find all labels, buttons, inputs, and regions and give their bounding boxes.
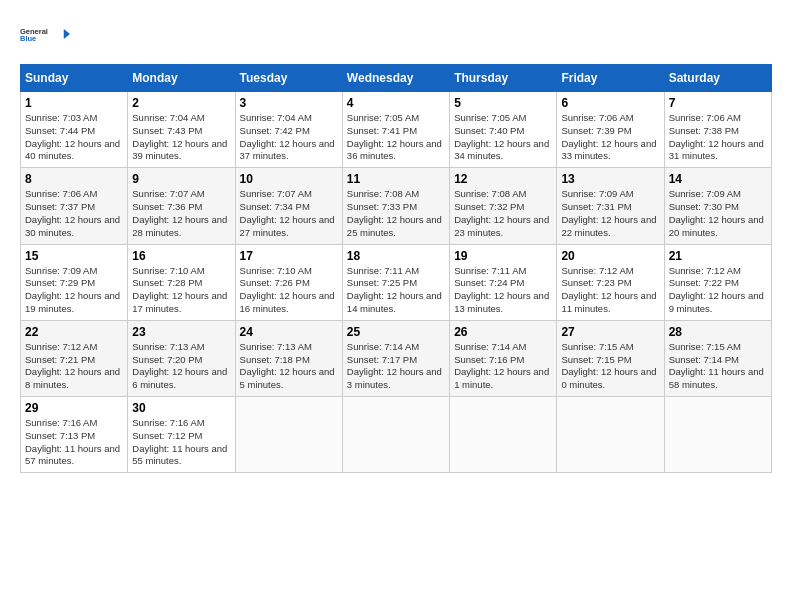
day-number: 21: [669, 249, 767, 263]
day-number: 14: [669, 172, 767, 186]
calendar-cell: 12 Sunrise: 7:08 AM Sunset: 7:32 PM Dayl…: [450, 168, 557, 244]
cell-content: Sunrise: 7:15 AM Sunset: 7:14 PM Dayligh…: [669, 341, 767, 392]
weekday-header: Monday: [128, 65, 235, 92]
calendar-cell: 18 Sunrise: 7:11 AM Sunset: 7:25 PM Dayl…: [342, 244, 449, 320]
day-number: 27: [561, 325, 659, 339]
day-number: 9: [132, 172, 230, 186]
calendar-cell: 2 Sunrise: 7:04 AM Sunset: 7:43 PM Dayli…: [128, 92, 235, 168]
day-number: 23: [132, 325, 230, 339]
day-number: 29: [25, 401, 123, 415]
calendar-week-row: 29 Sunrise: 7:16 AM Sunset: 7:13 PM Dayl…: [21, 397, 772, 473]
cell-content: Sunrise: 7:07 AM Sunset: 7:34 PM Dayligh…: [240, 188, 338, 239]
cell-content: Sunrise: 7:16 AM Sunset: 7:13 PM Dayligh…: [25, 417, 123, 468]
cell-content: Sunrise: 7:12 AM Sunset: 7:21 PM Dayligh…: [25, 341, 123, 392]
cell-content: Sunrise: 7:05 AM Sunset: 7:41 PM Dayligh…: [347, 112, 445, 163]
day-number: 16: [132, 249, 230, 263]
cell-content: Sunrise: 7:13 AM Sunset: 7:18 PM Dayligh…: [240, 341, 338, 392]
calendar-cell: 5 Sunrise: 7:05 AM Sunset: 7:40 PM Dayli…: [450, 92, 557, 168]
cell-content: Sunrise: 7:04 AM Sunset: 7:43 PM Dayligh…: [132, 112, 230, 163]
weekday-header: Tuesday: [235, 65, 342, 92]
day-number: 22: [25, 325, 123, 339]
calendar-cell: 6 Sunrise: 7:06 AM Sunset: 7:39 PM Dayli…: [557, 92, 664, 168]
svg-text:Blue: Blue: [20, 34, 36, 43]
cell-content: Sunrise: 7:10 AM Sunset: 7:26 PM Dayligh…: [240, 265, 338, 316]
cell-content: Sunrise: 7:12 AM Sunset: 7:22 PM Dayligh…: [669, 265, 767, 316]
day-number: 5: [454, 96, 552, 110]
logo: General Blue: [20, 16, 70, 56]
calendar-week-row: 1 Sunrise: 7:03 AM Sunset: 7:44 PM Dayli…: [21, 92, 772, 168]
calendar-cell: 20 Sunrise: 7:12 AM Sunset: 7:23 PM Dayl…: [557, 244, 664, 320]
cell-content: Sunrise: 7:09 AM Sunset: 7:31 PM Dayligh…: [561, 188, 659, 239]
day-number: 19: [454, 249, 552, 263]
day-number: 1: [25, 96, 123, 110]
calendar-cell: 26 Sunrise: 7:14 AM Sunset: 7:16 PM Dayl…: [450, 320, 557, 396]
cell-content: Sunrise: 7:08 AM Sunset: 7:32 PM Dayligh…: [454, 188, 552, 239]
cell-content: Sunrise: 7:15 AM Sunset: 7:15 PM Dayligh…: [561, 341, 659, 392]
day-number: 17: [240, 249, 338, 263]
cell-content: Sunrise: 7:11 AM Sunset: 7:24 PM Dayligh…: [454, 265, 552, 316]
weekday-header: Wednesday: [342, 65, 449, 92]
day-number: 6: [561, 96, 659, 110]
page-header: General Blue: [20, 16, 772, 56]
cell-content: Sunrise: 7:12 AM Sunset: 7:23 PM Dayligh…: [561, 265, 659, 316]
calendar-week-row: 15 Sunrise: 7:09 AM Sunset: 7:29 PM Dayl…: [21, 244, 772, 320]
cell-content: Sunrise: 7:08 AM Sunset: 7:33 PM Dayligh…: [347, 188, 445, 239]
calendar-cell: [342, 397, 449, 473]
day-number: 15: [25, 249, 123, 263]
day-number: 4: [347, 96, 445, 110]
cell-content: Sunrise: 7:04 AM Sunset: 7:42 PM Dayligh…: [240, 112, 338, 163]
calendar-week-row: 22 Sunrise: 7:12 AM Sunset: 7:21 PM Dayl…: [21, 320, 772, 396]
cell-content: Sunrise: 7:05 AM Sunset: 7:40 PM Dayligh…: [454, 112, 552, 163]
cell-content: Sunrise: 7:07 AM Sunset: 7:36 PM Dayligh…: [132, 188, 230, 239]
cell-content: Sunrise: 7:06 AM Sunset: 7:39 PM Dayligh…: [561, 112, 659, 163]
weekday-header: Saturday: [664, 65, 771, 92]
svg-marker-2: [64, 29, 70, 39]
calendar-cell: 25 Sunrise: 7:14 AM Sunset: 7:17 PM Dayl…: [342, 320, 449, 396]
day-number: 2: [132, 96, 230, 110]
calendar-cell: 3 Sunrise: 7:04 AM Sunset: 7:42 PM Dayli…: [235, 92, 342, 168]
calendar-cell: 11 Sunrise: 7:08 AM Sunset: 7:33 PM Dayl…: [342, 168, 449, 244]
calendar-cell: 13 Sunrise: 7:09 AM Sunset: 7:31 PM Dayl…: [557, 168, 664, 244]
weekday-header: Sunday: [21, 65, 128, 92]
calendar-cell: 30 Sunrise: 7:16 AM Sunset: 7:12 PM Dayl…: [128, 397, 235, 473]
cell-content: Sunrise: 7:10 AM Sunset: 7:28 PM Dayligh…: [132, 265, 230, 316]
day-number: 26: [454, 325, 552, 339]
calendar-cell: 1 Sunrise: 7:03 AM Sunset: 7:44 PM Dayli…: [21, 92, 128, 168]
day-number: 13: [561, 172, 659, 186]
calendar-cell: [557, 397, 664, 473]
calendar-cell: 28 Sunrise: 7:15 AM Sunset: 7:14 PM Dayl…: [664, 320, 771, 396]
cell-content: Sunrise: 7:09 AM Sunset: 7:29 PM Dayligh…: [25, 265, 123, 316]
day-number: 10: [240, 172, 338, 186]
calendar-cell: 22 Sunrise: 7:12 AM Sunset: 7:21 PM Dayl…: [21, 320, 128, 396]
calendar-cell: 16 Sunrise: 7:10 AM Sunset: 7:28 PM Dayl…: [128, 244, 235, 320]
day-number: 12: [454, 172, 552, 186]
calendar-cell: 4 Sunrise: 7:05 AM Sunset: 7:41 PM Dayli…: [342, 92, 449, 168]
calendar-cell: 15 Sunrise: 7:09 AM Sunset: 7:29 PM Dayl…: [21, 244, 128, 320]
day-number: 24: [240, 325, 338, 339]
cell-content: Sunrise: 7:09 AM Sunset: 7:30 PM Dayligh…: [669, 188, 767, 239]
day-number: 28: [669, 325, 767, 339]
calendar-cell: 8 Sunrise: 7:06 AM Sunset: 7:37 PM Dayli…: [21, 168, 128, 244]
day-number: 18: [347, 249, 445, 263]
cell-content: Sunrise: 7:11 AM Sunset: 7:25 PM Dayligh…: [347, 265, 445, 316]
cell-content: Sunrise: 7:06 AM Sunset: 7:37 PM Dayligh…: [25, 188, 123, 239]
calendar-cell: 29 Sunrise: 7:16 AM Sunset: 7:13 PM Dayl…: [21, 397, 128, 473]
weekday-header-row: SundayMondayTuesdayWednesdayThursdayFrid…: [21, 65, 772, 92]
calendar-cell: [235, 397, 342, 473]
weekday-header: Thursday: [450, 65, 557, 92]
calendar-cell: [450, 397, 557, 473]
calendar-cell: 9 Sunrise: 7:07 AM Sunset: 7:36 PM Dayli…: [128, 168, 235, 244]
calendar-cell: 10 Sunrise: 7:07 AM Sunset: 7:34 PM Dayl…: [235, 168, 342, 244]
day-number: 20: [561, 249, 659, 263]
calendar-cell: 23 Sunrise: 7:13 AM Sunset: 7:20 PM Dayl…: [128, 320, 235, 396]
calendar-cell: 24 Sunrise: 7:13 AM Sunset: 7:18 PM Dayl…: [235, 320, 342, 396]
cell-content: Sunrise: 7:03 AM Sunset: 7:44 PM Dayligh…: [25, 112, 123, 163]
cell-content: Sunrise: 7:13 AM Sunset: 7:20 PM Dayligh…: [132, 341, 230, 392]
calendar-cell: 27 Sunrise: 7:15 AM Sunset: 7:15 PM Dayl…: [557, 320, 664, 396]
cell-content: Sunrise: 7:14 AM Sunset: 7:16 PM Dayligh…: [454, 341, 552, 392]
calendar-cell: 19 Sunrise: 7:11 AM Sunset: 7:24 PM Dayl…: [450, 244, 557, 320]
calendar-cell: 21 Sunrise: 7:12 AM Sunset: 7:22 PM Dayl…: [664, 244, 771, 320]
calendar-cell: 7 Sunrise: 7:06 AM Sunset: 7:38 PM Dayli…: [664, 92, 771, 168]
day-number: 25: [347, 325, 445, 339]
calendar-cell: [664, 397, 771, 473]
